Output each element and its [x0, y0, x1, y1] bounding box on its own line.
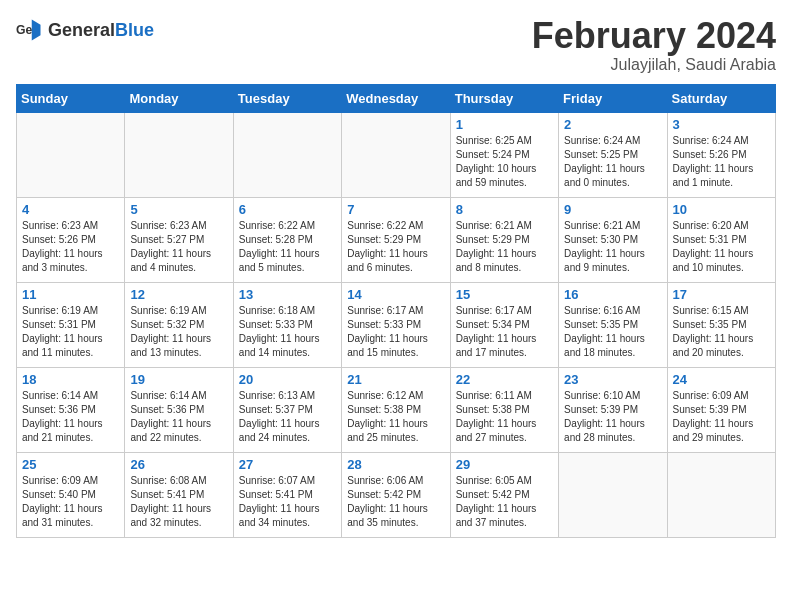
- day-number: 5: [130, 202, 227, 217]
- day-info: Sunrise: 6:12 AMSunset: 5:38 PMDaylight:…: [347, 389, 444, 445]
- day-info: Sunrise: 6:05 AMSunset: 5:42 PMDaylight:…: [456, 474, 553, 530]
- day-info: Sunrise: 6:22 AMSunset: 5:28 PMDaylight:…: [239, 219, 336, 275]
- day-info: Sunrise: 6:13 AMSunset: 5:37 PMDaylight:…: [239, 389, 336, 445]
- calendar-cell: [559, 452, 667, 537]
- day-info: Sunrise: 6:15 AMSunset: 5:35 PMDaylight:…: [673, 304, 770, 360]
- calendar-cell: 16Sunrise: 6:16 AMSunset: 5:35 PMDayligh…: [559, 282, 667, 367]
- day-number: 2: [564, 117, 661, 132]
- day-number: 27: [239, 457, 336, 472]
- calendar-cell: 25Sunrise: 6:09 AMSunset: 5:40 PMDayligh…: [17, 452, 125, 537]
- logo-icon: Gen: [16, 16, 44, 44]
- day-number: 10: [673, 202, 770, 217]
- weekday-header: Thursday: [450, 84, 558, 112]
- calendar-cell: 26Sunrise: 6:08 AMSunset: 5:41 PMDayligh…: [125, 452, 233, 537]
- logo-blue: Blue: [115, 20, 154, 40]
- calendar-week-row: 25Sunrise: 6:09 AMSunset: 5:40 PMDayligh…: [17, 452, 776, 537]
- calendar-cell: [233, 112, 341, 197]
- calendar-cell: 1Sunrise: 6:25 AMSunset: 5:24 PMDaylight…: [450, 112, 558, 197]
- day-number: 20: [239, 372, 336, 387]
- title-block: February 2024 Julayjilah, Saudi Arabia: [532, 16, 776, 74]
- day-info: Sunrise: 6:06 AMSunset: 5:42 PMDaylight:…: [347, 474, 444, 530]
- day-number: 3: [673, 117, 770, 132]
- day-info: Sunrise: 6:19 AMSunset: 5:32 PMDaylight:…: [130, 304, 227, 360]
- day-info: Sunrise: 6:23 AMSunset: 5:27 PMDaylight:…: [130, 219, 227, 275]
- day-info: Sunrise: 6:21 AMSunset: 5:29 PMDaylight:…: [456, 219, 553, 275]
- calendar-cell: 7Sunrise: 6:22 AMSunset: 5:29 PMDaylight…: [342, 197, 450, 282]
- day-info: Sunrise: 6:17 AMSunset: 5:33 PMDaylight:…: [347, 304, 444, 360]
- month-year-title: February 2024: [532, 16, 776, 56]
- calendar-header-row: SundayMondayTuesdayWednesdayThursdayFrid…: [17, 84, 776, 112]
- calendar-cell: 29Sunrise: 6:05 AMSunset: 5:42 PMDayligh…: [450, 452, 558, 537]
- weekday-header: Saturday: [667, 84, 775, 112]
- day-info: Sunrise: 6:20 AMSunset: 5:31 PMDaylight:…: [673, 219, 770, 275]
- calendar-cell: [17, 112, 125, 197]
- logo-general: General: [48, 20, 115, 40]
- day-number: 7: [347, 202, 444, 217]
- weekday-header: Tuesday: [233, 84, 341, 112]
- day-number: 15: [456, 287, 553, 302]
- day-number: 11: [22, 287, 119, 302]
- day-number: 21: [347, 372, 444, 387]
- calendar-cell: 6Sunrise: 6:22 AMSunset: 5:28 PMDaylight…: [233, 197, 341, 282]
- calendar-cell: 19Sunrise: 6:14 AMSunset: 5:36 PMDayligh…: [125, 367, 233, 452]
- day-info: Sunrise: 6:19 AMSunset: 5:31 PMDaylight:…: [22, 304, 119, 360]
- day-number: 1: [456, 117, 553, 132]
- calendar-cell: 20Sunrise: 6:13 AMSunset: 5:37 PMDayligh…: [233, 367, 341, 452]
- calendar-cell: 24Sunrise: 6:09 AMSunset: 5:39 PMDayligh…: [667, 367, 775, 452]
- day-number: 9: [564, 202, 661, 217]
- day-info: Sunrise: 6:17 AMSunset: 5:34 PMDaylight:…: [456, 304, 553, 360]
- day-info: Sunrise: 6:11 AMSunset: 5:38 PMDaylight:…: [456, 389, 553, 445]
- calendar-cell: 15Sunrise: 6:17 AMSunset: 5:34 PMDayligh…: [450, 282, 558, 367]
- weekday-header: Monday: [125, 84, 233, 112]
- calendar-cell: 9Sunrise: 6:21 AMSunset: 5:30 PMDaylight…: [559, 197, 667, 282]
- calendar-week-row: 18Sunrise: 6:14 AMSunset: 5:36 PMDayligh…: [17, 367, 776, 452]
- calendar-cell: 10Sunrise: 6:20 AMSunset: 5:31 PMDayligh…: [667, 197, 775, 282]
- day-info: Sunrise: 6:08 AMSunset: 5:41 PMDaylight:…: [130, 474, 227, 530]
- calendar-week-row: 1Sunrise: 6:25 AMSunset: 5:24 PMDaylight…: [17, 112, 776, 197]
- day-info: Sunrise: 6:18 AMSunset: 5:33 PMDaylight:…: [239, 304, 336, 360]
- day-info: Sunrise: 6:09 AMSunset: 5:40 PMDaylight:…: [22, 474, 119, 530]
- calendar-cell: 13Sunrise: 6:18 AMSunset: 5:33 PMDayligh…: [233, 282, 341, 367]
- calendar-cell: 12Sunrise: 6:19 AMSunset: 5:32 PMDayligh…: [125, 282, 233, 367]
- calendar-cell: 14Sunrise: 6:17 AMSunset: 5:33 PMDayligh…: [342, 282, 450, 367]
- day-number: 28: [347, 457, 444, 472]
- calendar-cell: [342, 112, 450, 197]
- day-info: Sunrise: 6:23 AMSunset: 5:26 PMDaylight:…: [22, 219, 119, 275]
- day-number: 25: [22, 457, 119, 472]
- day-number: 6: [239, 202, 336, 217]
- weekday-header: Sunday: [17, 84, 125, 112]
- page-header: Gen GeneralBlue February 2024 Julayjilah…: [16, 16, 776, 74]
- weekday-header: Wednesday: [342, 84, 450, 112]
- location-subtitle: Julayjilah, Saudi Arabia: [532, 56, 776, 74]
- calendar-cell: 23Sunrise: 6:10 AMSunset: 5:39 PMDayligh…: [559, 367, 667, 452]
- calendar-cell: [125, 112, 233, 197]
- day-info: Sunrise: 6:07 AMSunset: 5:41 PMDaylight:…: [239, 474, 336, 530]
- calendar-cell: 5Sunrise: 6:23 AMSunset: 5:27 PMDaylight…: [125, 197, 233, 282]
- day-info: Sunrise: 6:16 AMSunset: 5:35 PMDaylight:…: [564, 304, 661, 360]
- day-number: 24: [673, 372, 770, 387]
- calendar-cell: 2Sunrise: 6:24 AMSunset: 5:25 PMDaylight…: [559, 112, 667, 197]
- day-number: 19: [130, 372, 227, 387]
- calendar-cell: 21Sunrise: 6:12 AMSunset: 5:38 PMDayligh…: [342, 367, 450, 452]
- day-info: Sunrise: 6:22 AMSunset: 5:29 PMDaylight:…: [347, 219, 444, 275]
- day-number: 22: [456, 372, 553, 387]
- day-info: Sunrise: 6:14 AMSunset: 5:36 PMDaylight:…: [22, 389, 119, 445]
- calendar-week-row: 11Sunrise: 6:19 AMSunset: 5:31 PMDayligh…: [17, 282, 776, 367]
- calendar-cell: 27Sunrise: 6:07 AMSunset: 5:41 PMDayligh…: [233, 452, 341, 537]
- day-number: 29: [456, 457, 553, 472]
- day-number: 13: [239, 287, 336, 302]
- day-number: 26: [130, 457, 227, 472]
- day-number: 17: [673, 287, 770, 302]
- day-info: Sunrise: 6:24 AMSunset: 5:26 PMDaylight:…: [673, 134, 770, 190]
- weekday-header: Friday: [559, 84, 667, 112]
- day-info: Sunrise: 6:24 AMSunset: 5:25 PMDaylight:…: [564, 134, 661, 190]
- day-info: Sunrise: 6:25 AMSunset: 5:24 PMDaylight:…: [456, 134, 553, 190]
- calendar-cell: 11Sunrise: 6:19 AMSunset: 5:31 PMDayligh…: [17, 282, 125, 367]
- day-number: 18: [22, 372, 119, 387]
- day-number: 8: [456, 202, 553, 217]
- calendar-cell: 4Sunrise: 6:23 AMSunset: 5:26 PMDaylight…: [17, 197, 125, 282]
- day-number: 23: [564, 372, 661, 387]
- calendar-cell: [667, 452, 775, 537]
- day-number: 16: [564, 287, 661, 302]
- calendar-cell: 3Sunrise: 6:24 AMSunset: 5:26 PMDaylight…: [667, 112, 775, 197]
